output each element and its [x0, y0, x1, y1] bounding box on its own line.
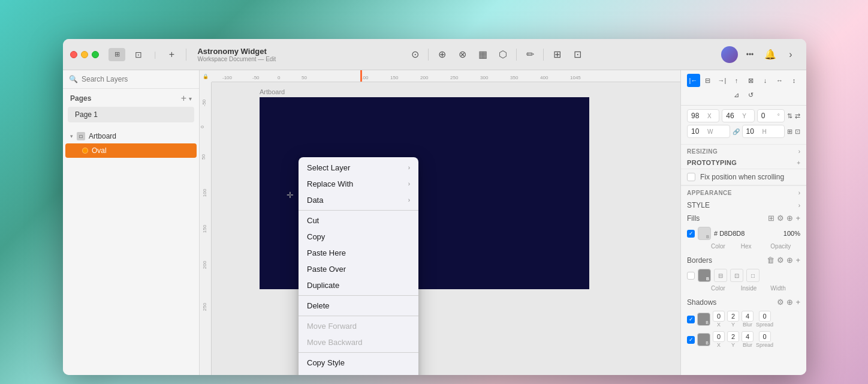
fill-enable-checkbox[interactable]	[687, 230, 695, 238]
fills-add-icon[interactable]: +	[795, 214, 800, 223]
menu-item-duplicate[interactable]: Duplicate	[299, 277, 418, 293]
panel-toggle-button[interactable]: ⊞	[108, 48, 125, 61]
shadow-x-value-2[interactable]: 0	[713, 331, 725, 342]
fix-position-checkbox[interactable]	[687, 173, 695, 181]
borders-trash-icon[interactable]: 🗑	[767, 256, 774, 265]
menu-item-cut[interactable]: Cut	[299, 212, 418, 229]
align-bottom-button[interactable]: ↓	[759, 74, 772, 87]
page-item[interactable]: Page 1	[68, 107, 194, 122]
search-input[interactable]	[82, 75, 193, 83]
flip-h-icon[interactable]: ⇄	[795, 112, 800, 120]
canvas-area[interactable]: -100 -50 0 50 100 150 200 250 300 350 40…	[200, 70, 680, 375]
menu-item-paste-here[interactable]: Paste Here	[299, 245, 418, 261]
titlebar: ⊞ ⊡ | + Astronomy Widget Workspace Docum…	[63, 39, 806, 70]
constrain-icon[interactable]: ⊡	[795, 128, 800, 136]
shadow-blur-value-2[interactable]: 4	[742, 331, 754, 342]
shadow-blur-value-1[interactable]: 4	[742, 311, 754, 322]
maximize-button[interactable]	[92, 51, 99, 58]
align-middle-button[interactable]: ⊠	[745, 74, 758, 87]
shadow-spread-value-1[interactable]: 0	[759, 311, 771, 322]
shadow-x-value-1[interactable]: 0	[713, 311, 725, 322]
menu-item-copy[interactable]: Copy	[299, 229, 418, 245]
artboard-layer-group[interactable]: ▾ □ Artboard	[63, 130, 199, 143]
minimize-button[interactable]	[81, 51, 88, 58]
style-expand-icon[interactable]: ›	[798, 202, 800, 209]
scale-button[interactable]: ⊿	[730, 88, 743, 101]
align-button[interactable]: ⊕	[433, 46, 450, 63]
position-props: 98 X 46 Y 0 ° ⇅ ⇄	[681, 106, 806, 144]
shadows-gear-icon[interactable]: ⚙	[777, 298, 784, 307]
fill-col-labels: Color Hex Opacity	[681, 242, 806, 251]
pages-chevron-icon[interactable]: ▾	[189, 95, 192, 102]
align-top-button[interactable]: ↑	[730, 74, 743, 87]
chevron-right-button[interactable]: ›	[782, 46, 799, 63]
fills-icons: ⊞ ⚙ ⊕ +	[768, 214, 800, 223]
target-icon-button[interactable]: ⊙	[406, 46, 423, 63]
prototyping-add-icon[interactable]: +	[797, 160, 800, 166]
shadow-y-value-1[interactable]: 2	[727, 311, 739, 322]
menu-item-replace-with[interactable]: Replace With ›	[299, 176, 418, 192]
shadow-y-value-2[interactable]: 2	[727, 331, 739, 342]
shadow-color-preview-1[interactable]: B	[697, 313, 710, 326]
w-field[interactable]: 10 W	[687, 125, 730, 138]
align-right-button[interactable]: →|	[716, 74, 729, 87]
resizing-expand-icon[interactable]: ›	[798, 148, 800, 155]
appearance-expand-icon[interactable]: ›	[798, 190, 800, 196]
mask-button[interactable]: ▦	[474, 46, 491, 63]
borders-gear-icon[interactable]: ⚙	[777, 256, 784, 265]
notification-bell[interactable]: 🔔	[762, 46, 779, 63]
resize-mode-icon[interactable]: ⊞	[787, 128, 792, 136]
align-left-button[interactable]: |←	[687, 74, 700, 87]
fill-opacity-value[interactable]: 100%	[783, 230, 800, 237]
border-color-preview[interactable]: B	[698, 269, 711, 282]
menu-item-delete[interactable]: Delete	[299, 298, 418, 314]
user-avatar[interactable]	[721, 46, 738, 63]
close-button[interactable]	[70, 51, 77, 58]
borders-link-icon[interactable]: ⊕	[786, 256, 793, 265]
pen-button[interactable]: ✏	[522, 46, 538, 63]
borders-add-icon[interactable]: +	[795, 256, 800, 265]
x-field[interactable]: 98 X	[687, 109, 719, 122]
layers-toggle[interactable]: ⊞	[548, 46, 565, 63]
fill-hex-value[interactable]: # D8D8D8	[714, 230, 780, 237]
distribute-button[interactable]: ⊗	[454, 46, 471, 63]
add-page-button[interactable]: +	[181, 94, 186, 103]
shadow-enable-checkbox-2[interactable]	[687, 336, 695, 344]
dist-h-button[interactable]: ↔	[773, 74, 786, 87]
dist-v-button[interactable]: ↕	[788, 74, 801, 87]
more-options-button[interactable]: •••	[742, 46, 758, 63]
shadows-add-icon[interactable]: +	[795, 298, 800, 307]
fill-color-preview[interactable]: B	[698, 227, 711, 240]
shadow-spread-value-2[interactable]: 0	[759, 331, 771, 342]
link-proportions-icon[interactable]: 🔗	[733, 128, 740, 135]
fills-layers-icon[interactable]: ⊞	[768, 214, 774, 223]
menu-item-copy-style[interactable]: Copy Style	[299, 355, 418, 371]
menu-item-paste-over[interactable]: Paste Over	[299, 261, 418, 277]
inspector-toggle[interactable]: ⊡	[569, 46, 586, 63]
h-field[interactable]: 10 H	[742, 125, 785, 138]
menu-item-data-label: Data	[307, 196, 323, 205]
shadow-color-preview-2[interactable]: B	[697, 333, 710, 346]
oval-layer-item[interactable]: Oval	[65, 143, 197, 158]
menu-item-data[interactable]: Data ›	[299, 192, 418, 208]
rotation-field[interactable]: 0 °	[757, 109, 785, 122]
grid-view-button[interactable]: ⊡	[130, 48, 147, 61]
border-outside-button[interactable]: □	[746, 269, 760, 282]
align-center-h-button[interactable]: ⊟	[701, 74, 715, 87]
shadow-enable-checkbox-1[interactable]	[687, 316, 695, 323]
fills-link-icon[interactable]: ⊕	[786, 214, 793, 223]
border-enable-checkbox[interactable]	[687, 272, 695, 280]
shadow-color-letter-1: B	[706, 320, 709, 325]
combine-button[interactable]: ⬡	[495, 46, 511, 63]
border-center-button[interactable]: ⊡	[730, 269, 743, 282]
y-field[interactable]: 46 Y	[722, 109, 754, 122]
fills-gear-icon[interactable]: ⚙	[777, 214, 784, 223]
menu-item-select-layer[interactable]: Select Layer ›	[299, 160, 418, 176]
border-inside-button[interactable]: ⊟	[714, 269, 727, 282]
flip-icon[interactable]: ⇅	[787, 112, 792, 120]
rotate-button[interactable]: ↺	[745, 88, 758, 101]
shadows-link-icon[interactable]: ⊕	[786, 298, 793, 307]
menu-item-paste-style[interactable]: Paste Style	[299, 371, 418, 375]
add-button[interactable]: +	[163, 46, 180, 63]
shadow-row-2: B 0 X 2 Y 4 Blur 0 Spread	[681, 329, 806, 350]
